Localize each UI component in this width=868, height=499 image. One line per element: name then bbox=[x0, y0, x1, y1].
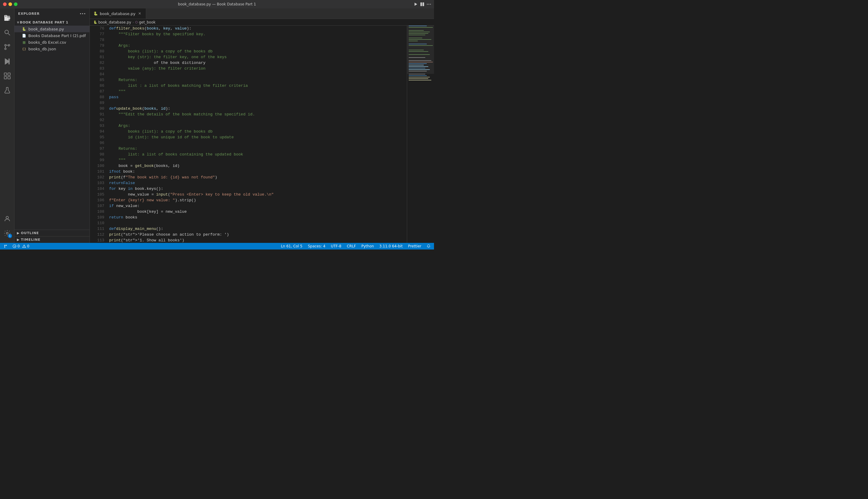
code-line-95: id (int): the unique id of the book to u… bbox=[109, 134, 407, 140]
code-line-76: def filter_books(books, key, value): bbox=[109, 26, 407, 31]
code-line-77: """Filter books by the specified key. bbox=[109, 31, 407, 37]
sidebar-item-search[interactable] bbox=[0, 25, 14, 40]
window-controls[interactable] bbox=[3, 2, 17, 6]
svg-rect-16 bbox=[8, 73, 10, 75]
status-line-ending[interactable]: CRLF bbox=[346, 243, 357, 250]
svg-rect-0 bbox=[420, 2, 422, 6]
more-actions-icon[interactable] bbox=[427, 2, 431, 6]
python-file-icon: 🐍 bbox=[22, 26, 26, 31]
file-book-database-py[interactable]: 🐍 book_database.py bbox=[14, 26, 89, 32]
sidebar-item-account[interactable] bbox=[0, 211, 14, 226]
file-json[interactable]: {} books_db.json bbox=[14, 46, 89, 52]
sidebar-item-extensions[interactable] bbox=[0, 69, 14, 83]
run-icon[interactable] bbox=[414, 2, 418, 6]
sidebar-item-settings[interactable]: 1 bbox=[0, 226, 14, 241]
svg-text:!: ! bbox=[24, 245, 24, 247]
branch-icon bbox=[4, 244, 7, 248]
svg-point-4 bbox=[430, 4, 431, 5]
status-formatter[interactable]: Prettier bbox=[407, 243, 423, 250]
window-title: book_database.py — Book Database Part 1 bbox=[178, 2, 256, 6]
code-line-83: value (any): the filter criterion bbox=[109, 66, 407, 71]
code-line-82: of the book dictionary bbox=[109, 60, 407, 66]
maximize-button[interactable] bbox=[14, 2, 17, 6]
status-notifications[interactable] bbox=[426, 243, 431, 250]
svg-rect-17 bbox=[4, 76, 7, 79]
minimize-button[interactable] bbox=[9, 2, 12, 6]
explorer-more-button[interactable]: ··· bbox=[80, 11, 86, 16]
file-pdf[interactable]: 📄 Books Database Part I (2).pdf bbox=[14, 32, 89, 39]
code-line-109: return books bbox=[109, 215, 407, 220]
status-branch[interactable] bbox=[2, 243, 9, 250]
outline-label: OUTLINE bbox=[21, 231, 39, 235]
pdf-file-icon: 📄 bbox=[22, 33, 26, 38]
timeline-header[interactable]: ▶ TIMELINE bbox=[14, 236, 89, 243]
code-editor[interactable]: 7677787980818283848586878889909192939495… bbox=[90, 26, 434, 243]
warning-count: 0 bbox=[27, 244, 29, 248]
breadcrumb-symbol[interactable]: ⬡ get_book bbox=[135, 20, 156, 24]
code-line-98: list: a list of books containing the upd… bbox=[109, 151, 407, 157]
code-line-112: print("str">'Please choose an action to … bbox=[109, 232, 407, 238]
line-numbers: 7677787980818283848586878889909192939495… bbox=[90, 26, 107, 243]
code-line-90: def update_book(books, id): bbox=[109, 106, 407, 111]
timeline-label: TIMELINE bbox=[21, 238, 40, 242]
minimap bbox=[407, 26, 434, 243]
svg-line-9 bbox=[8, 34, 10, 35]
tab-book-database[interactable]: 🐍 book_database.py ✕ bbox=[90, 9, 146, 19]
breadcrumb-symbol-icon: ⬡ bbox=[135, 21, 138, 24]
svg-point-51 bbox=[4, 245, 5, 246]
file-tree: ▼ BOOK DATABASE PART 1 🐍 book_database.p… bbox=[14, 19, 89, 230]
code-line-105: new_value = input("Press <Enter> key to … bbox=[109, 192, 407, 197]
code-line-80: books (list): a copy of the books db bbox=[109, 49, 407, 54]
status-errors[interactable]: ✕ 0 ! 0 bbox=[11, 243, 30, 250]
file-name-json: books_db.json bbox=[28, 47, 56, 51]
tab-file-icon: 🐍 bbox=[94, 11, 98, 16]
tab-filename: book_database.py bbox=[100, 11, 136, 16]
code-line-106: f"Enter {key!r} new value: ").strip() bbox=[109, 197, 407, 203]
code-line-79: Args: bbox=[109, 43, 407, 49]
status-python-version[interactable]: 3.11.0 64-bit bbox=[378, 243, 404, 250]
code-line-85: Returns: bbox=[109, 77, 407, 83]
file-csv[interactable]: ▦ books_db Excel.csv bbox=[14, 39, 89, 46]
warning-icon: ! bbox=[22, 244, 26, 248]
sidebar-item-explorer[interactable] bbox=[0, 11, 14, 25]
code-line-111: def display_main_menu(): bbox=[109, 226, 407, 232]
status-language[interactable]: Python bbox=[360, 243, 375, 250]
code-line-84 bbox=[109, 71, 407, 77]
close-button[interactable] bbox=[3, 2, 7, 6]
svg-text:✕: ✕ bbox=[14, 245, 16, 248]
code-line-91: """Edit the details of the book matching… bbox=[109, 111, 407, 117]
svg-point-10 bbox=[4, 45, 6, 46]
tab-bar: 🐍 book_database.py ✕ bbox=[90, 9, 434, 19]
sidebar-item-source-control[interactable] bbox=[0, 40, 14, 54]
svg-rect-46 bbox=[409, 75, 427, 76]
code-content[interactable]: def filter_books(books, key, value): """… bbox=[107, 26, 407, 243]
explorer-header: EXPLORER ··· bbox=[14, 9, 89, 19]
csv-file-icon: ▦ bbox=[22, 40, 26, 45]
svg-rect-1 bbox=[423, 2, 424, 6]
sidebar-item-run[interactable] bbox=[0, 54, 14, 69]
tab-close-button[interactable]: ✕ bbox=[137, 11, 142, 16]
error-count: 0 bbox=[17, 244, 20, 248]
code-line-92 bbox=[109, 117, 407, 123]
svg-point-3 bbox=[429, 4, 429, 5]
breadcrumb: 🐍 book_database.py › ⬡ get_book bbox=[90, 19, 434, 26]
folder-arrow-icon: ▼ bbox=[17, 21, 19, 24]
split-editor-icon[interactable] bbox=[420, 2, 424, 6]
status-position[interactable]: Ln 61, Col 5 bbox=[280, 243, 304, 250]
tree-folder-root[interactable]: ▼ BOOK DATABASE PART 1 bbox=[14, 19, 89, 26]
outline-header[interactable]: ▶ OUTLINE bbox=[14, 230, 89, 236]
status-spaces[interactable]: Spaces: 4 bbox=[306, 243, 327, 250]
status-encoding[interactable]: UTF-8 bbox=[330, 243, 343, 250]
breadcrumb-file[interactable]: 🐍 book_database.py bbox=[94, 20, 131, 24]
sidebar-item-testing[interactable] bbox=[0, 83, 14, 98]
svg-rect-50 bbox=[407, 26, 434, 74]
code-line-102: print(f"The book with id: {id} was not f… bbox=[109, 174, 407, 180]
settings-badge: 1 bbox=[8, 234, 12, 238]
code-line-87: """ bbox=[109, 88, 407, 94]
code-line-108: book[key] = new_value bbox=[109, 209, 407, 215]
code-line-86: list : a list of books matching the filt… bbox=[109, 83, 407, 88]
timeline-section: ▶ TIMELINE bbox=[14, 236, 89, 243]
svg-rect-49 bbox=[409, 80, 431, 81]
code-line-88: pass bbox=[109, 94, 407, 100]
svg-point-11 bbox=[4, 48, 6, 50]
